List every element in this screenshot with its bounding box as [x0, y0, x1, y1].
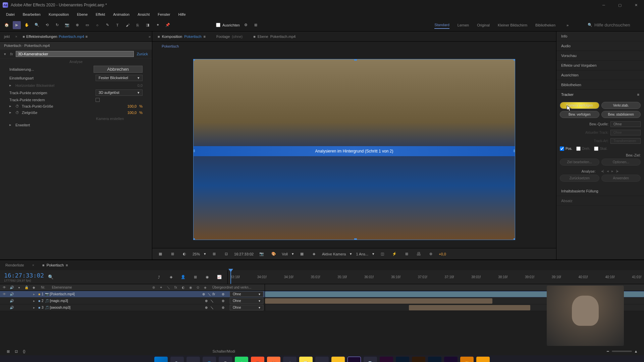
trackpunkt-groesse-value[interactable]: 100,0	[127, 104, 137, 108]
selection-tool[interactable]: ▶	[13, 21, 21, 29]
audio-panel[interactable]: Audio	[556, 41, 644, 51]
edge-taskbar-icon[interactable]: 🌐	[203, 357, 216, 362]
layer-3-audio[interactable]: 🔊	[9, 306, 15, 309]
mask-icon[interactable]: ◐	[180, 250, 189, 258]
project-tab-partial[interactable]: jekt	[1, 33, 12, 40]
text-tool[interactable]: T	[113, 21, 121, 29]
analyse-forward-icon[interactable]: ▸	[611, 169, 613, 173]
guides-icon[interactable]: ⊡	[222, 250, 230, 258]
footage-tab[interactable]: Footage (ohne)	[214, 33, 245, 40]
explorer-taskbar-icon[interactable]: 📁	[186, 357, 200, 362]
reset-link[interactable]: Zurück	[137, 52, 148, 56]
menu-ansicht[interactable]: Ansicht	[134, 11, 153, 18]
zoom-tool[interactable]: 🔍	[33, 21, 41, 29]
exposure-value[interactable]: +0,0	[439, 252, 446, 256]
ellipse-tool[interactable]: ○	[93, 21, 101, 29]
track-motion-button[interactable]: Bew. verfolgen	[560, 111, 599, 118]
zoom-value[interactable]: 25%	[193, 252, 200, 256]
maximize-button[interactable]: ▢	[614, 2, 625, 8]
layer-1-visibility[interactable]: 👁	[1, 292, 7, 296]
snap-checkbox[interactable]	[216, 23, 220, 27]
effects-presets-panel[interactable]: Effekte und Vorgaben	[556, 61, 644, 70]
composition-tab[interactable]: ■ Komposition Pokertisch ≡	[155, 33, 208, 40]
layer-2-name[interactable]: 🎵 [magic.mp3]	[45, 299, 204, 303]
layer-3-parent[interactable]: Ohne▾	[230, 305, 263, 310]
rotate-tool[interactable]: ↻	[53, 21, 61, 29]
menu-bearbeiten[interactable]: Bearbeiten	[19, 11, 44, 18]
comp-mini-flowchart-icon[interactable]: ⤴	[155, 273, 163, 281]
effect-name-field[interactable]: 3D-Kameratracker	[16, 51, 134, 57]
warp-stabilize-button[interactable]: Verkr.stab.	[601, 102, 641, 109]
workspace-standard[interactable]: Standard	[434, 21, 449, 29]
channel-icon[interactable]: 🎨	[270, 250, 278, 258]
comp-subtab[interactable]: Pokertisch	[158, 43, 183, 50]
ae-taskbar-icon[interactable]: Ae	[347, 357, 361, 362]
layer-search-input[interactable]	[48, 275, 151, 280]
workspace-original[interactable]: Original	[477, 22, 490, 28]
clone-tool[interactable]: ⎘	[133, 21, 142, 29]
trackpunkte-rendern-checkbox[interactable]	[96, 98, 100, 102]
grid-view-icon[interactable]: ⊞	[210, 250, 218, 258]
menu-hilfe[interactable]: Hilfe	[175, 11, 189, 18]
transparency-icon[interactable]: ▦	[298, 250, 306, 258]
time-ruler[interactable]: 33:16f 34:01f 34:16f 35:01f 35:16f 36:01…	[228, 270, 644, 284]
layer-2-parent[interactable]: Ohne▾	[230, 298, 263, 304]
snapshot-icon[interactable]: 📷	[258, 250, 266, 258]
toggle-modes-icon[interactable]: ⊡	[12, 347, 20, 355]
flowchart-icon[interactable]: 品	[415, 250, 423, 258]
stopwatch-icon[interactable]: ⏱	[15, 104, 19, 108]
position-checkbox[interactable]	[560, 146, 564, 151]
draft-3d-icon[interactable]: ◈	[167, 273, 175, 281]
pan-behind-tool[interactable]: ⊕	[73, 21, 81, 29]
info-panel[interactable]: Info	[556, 32, 644, 41]
snap-options-icon[interactable]: ⚙	[242, 21, 250, 29]
expand-trackpunkt-icon[interactable]: ▸	[9, 104, 11, 108]
workspace-overflow-icon[interactable]: »	[564, 21, 572, 29]
start-button[interactable]: ⊞	[154, 357, 168, 362]
layer-1-parent[interactable]: Ohne▾	[230, 291, 263, 297]
zoom-in-icon[interactable]: ▲	[632, 347, 640, 355]
layer-1-audio[interactable]: 🔊	[9, 292, 15, 296]
roto-tool[interactable]: ✦	[154, 21, 162, 29]
tracker-menu-icon[interactable]: ≡	[637, 93, 639, 97]
video-preview[interactable]: Analysieren im Hintergrund (Schritt 1 vo…	[193, 59, 515, 240]
expand-zielgroesse-icon[interactable]: ▸	[9, 110, 11, 115]
toggle-switches-icon[interactable]: ⊞	[4, 347, 12, 355]
zoom-out-icon[interactable]: ━	[604, 347, 612, 355]
hide-shy-icon[interactable]: 👤	[179, 273, 187, 281]
home-tool[interactable]: 🏠	[3, 21, 11, 29]
puppet-tool[interactable]: 📌	[164, 21, 172, 29]
einstellungsart-select[interactable]: Fester Blickwinkel▾	[96, 75, 143, 81]
motion-blur-icon[interactable]: ◉	[203, 273, 211, 281]
layer-tab[interactable]: ■ Ebene Pokertisch.mp4	[251, 33, 298, 40]
files-taskbar-icon[interactable]: 📂	[331, 357, 345, 362]
firefox-taskbar-icon[interactable]: 🦊	[267, 357, 280, 362]
menu-komposition[interactable]: Komposition	[45, 11, 72, 18]
close-button[interactable]: ✕	[631, 2, 641, 8]
camera-dropdown-icon[interactable]: ▾	[350, 252, 352, 256]
workspace-lernen[interactable]: Lernen	[458, 22, 469, 28]
graph-editor-icon[interactable]: 📈	[215, 273, 223, 281]
fast-preview-icon[interactable]: ⚡	[390, 250, 398, 258]
zielgroesse-value[interactable]: 100,0	[127, 111, 137, 115]
ps-taskbar-icon[interactable]: Ps	[396, 357, 409, 362]
me-taskbar-icon[interactable]: Me	[444, 357, 458, 362]
effect-expand-icon[interactable]: ▾	[4, 52, 6, 56]
motion-source-select[interactable]: Ohne	[610, 121, 641, 127]
effect-controls-tab[interactable]: ■ Effekteinstellungen Pokertisch.mp4 ≡	[20, 33, 91, 40]
camera-tool[interactable]: 📷	[63, 21, 71, 29]
exposure-reset-icon[interactable]: ⊛	[427, 250, 435, 258]
eraser-tool[interactable]: ◨	[144, 21, 152, 29]
teams-taskbar-icon[interactable]: 💬	[219, 357, 232, 362]
menu-animation[interactable]: Animation	[110, 11, 133, 18]
ai-taskbar-icon[interactable]: Ai	[412, 357, 425, 362]
pr-taskbar-icon[interactable]: Pr	[380, 357, 393, 362]
notepad-taskbar-icon[interactable]: 📄	[364, 357, 377, 362]
analyse-back-icon[interactable]: ◂	[607, 169, 609, 173]
menu-datei[interactable]: Datei	[3, 11, 18, 18]
layer-3-name[interactable]: 🎵 [swoosh.mp3]	[45, 306, 204, 309]
timeline-icon[interactable]: ⊞	[402, 250, 411, 258]
orbit-tool[interactable]: ⟲	[43, 21, 51, 29]
layer-1-name[interactable]: 📷 [Pokertisch.mp4]	[45, 292, 201, 296]
grid-icon[interactable]: ⊞	[252, 21, 260, 29]
